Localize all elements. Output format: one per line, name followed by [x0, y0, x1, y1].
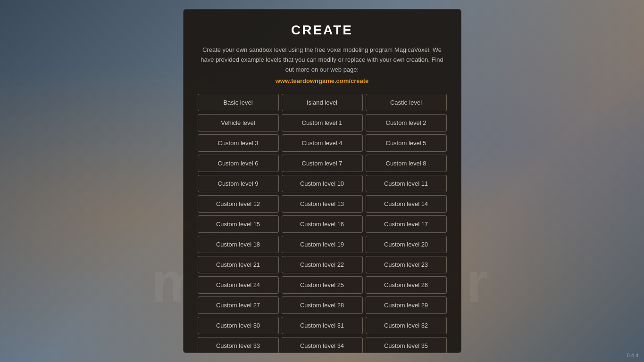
level-button-1[interactable]: Island level — [282, 94, 363, 111]
version-label: 0.4.4 — [627, 353, 638, 358]
level-button-29[interactable]: Custom level 26 — [366, 276, 447, 294]
modal-link[interactable]: www.teardowngame.com/create — [198, 77, 447, 84]
level-button-2[interactable]: Castle level — [366, 94, 447, 111]
level-button-0[interactable]: Basic level — [198, 94, 279, 111]
level-button-23[interactable]: Custom level 20 — [366, 236, 447, 253]
level-button-34[interactable]: Custom level 31 — [282, 317, 363, 334]
level-button-15[interactable]: Custom level 12 — [198, 195, 279, 213]
level-button-9[interactable]: Custom level 6 — [198, 155, 279, 172]
level-button-8[interactable]: Custom level 5 — [366, 134, 447, 152]
level-button-14[interactable]: Custom level 11 — [366, 175, 447, 192]
level-button-35[interactable]: Custom level 32 — [366, 317, 447, 334]
level-button-37[interactable]: Custom level 34 — [282, 337, 363, 353]
level-button-17[interactable]: Custom level 14 — [366, 195, 447, 213]
level-button-21[interactable]: Custom level 18 — [198, 236, 279, 253]
level-button-31[interactable]: Custom level 28 — [282, 296, 363, 314]
level-button-19[interactable]: Custom level 16 — [282, 215, 363, 233]
level-button-6[interactable]: Custom level 3 — [198, 134, 279, 152]
level-button-16[interactable]: Custom level 13 — [282, 195, 363, 213]
level-button-13[interactable]: Custom level 10 — [282, 175, 363, 192]
level-button-12[interactable]: Custom level 9 — [198, 175, 279, 192]
level-button-30[interactable]: Custom level 27 — [198, 296, 279, 314]
level-button-5[interactable]: Custom level 2 — [366, 114, 447, 132]
create-modal: CREATE Create your own sandbox level usi… — [183, 9, 461, 353]
level-button-grid: Basic levelIsland levelCastle levelVehic… — [198, 94, 447, 353]
level-button-10[interactable]: Custom level 7 — [282, 155, 363, 172]
level-button-20[interactable]: Custom level 17 — [366, 215, 447, 233]
modal-title: CREATE — [198, 23, 447, 38]
level-button-22[interactable]: Custom level 19 — [282, 236, 363, 253]
level-button-26[interactable]: Custom level 23 — [366, 256, 447, 273]
level-button-36[interactable]: Custom level 33 — [198, 337, 279, 353]
level-button-28[interactable]: Custom level 25 — [282, 276, 363, 294]
level-button-33[interactable]: Custom level 30 — [198, 317, 279, 334]
level-button-38[interactable]: Custom level 35 — [366, 337, 447, 353]
level-button-24[interactable]: Custom level 21 — [198, 256, 279, 273]
level-button-4[interactable]: Custom level 1 — [282, 114, 363, 132]
level-button-32[interactable]: Custom level 29 — [366, 296, 447, 314]
level-button-25[interactable]: Custom level 22 — [282, 256, 363, 273]
level-button-3[interactable]: Vehicle level — [198, 114, 279, 132]
level-button-11[interactable]: Custom level 8 — [366, 155, 447, 172]
modal-description: Create your own sandbox level using the … — [198, 45, 447, 74]
level-button-18[interactable]: Custom level 15 — [198, 215, 279, 233]
level-button-27[interactable]: Custom level 24 — [198, 276, 279, 294]
level-button-7[interactable]: Custom level 4 — [282, 134, 363, 152]
